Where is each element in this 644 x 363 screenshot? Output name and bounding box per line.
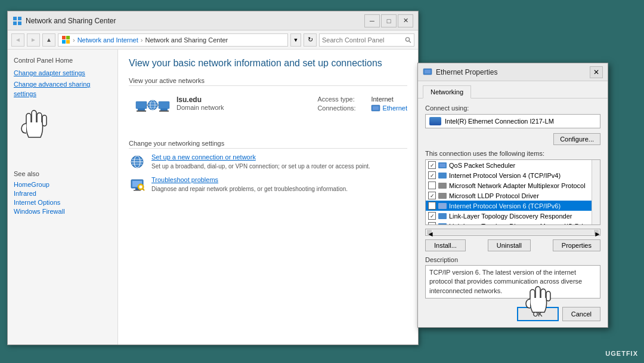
ethernet-link[interactable]: Ethernet <box>382 104 407 112</box>
list-item[interactable]: Internet Protocol Version 4 (TCP/IPv4) <box>426 170 600 180</box>
access-type-label: Access type: <box>317 96 365 103</box>
svg-rect-19 <box>159 110 169 112</box>
network-info: lsu.edu Domain network Access type: Inte… <box>129 91 407 130</box>
connections-label: Connections: <box>317 104 365 112</box>
configure-button[interactable]: Configure... <box>553 133 600 145</box>
list-checkbox-5[interactable] <box>428 212 436 220</box>
list-item[interactable]: Microsoft Network Adapter Multiplexor Pr… <box>426 180 600 190</box>
maximize-button[interactable]: □ <box>381 14 397 27</box>
setup-connection-link[interactable]: Set up a new connection or network <box>151 153 407 161</box>
ethernet-icon <box>371 104 380 112</box>
list-item-label-1: Internet Protocol Version 4 (TCP/IPv4) <box>449 172 561 179</box>
ok-cancel-row: OK Cancel <box>425 304 600 321</box>
network-icon-area <box>129 96 177 125</box>
list-item-icon-3 <box>438 193 447 199</box>
connect-using-box: Intel(R) Ethernet Connection I217-LM <box>425 114 600 128</box>
items-label: This connection uses the following items… <box>425 150 600 157</box>
dialog-button-row: Install... Uninstall Properties <box>425 239 600 251</box>
up-button[interactable]: ▲ <box>42 33 55 47</box>
cursor-area <box>14 104 112 152</box>
dialog-close-button[interactable]: ✕ <box>590 66 603 78</box>
svg-rect-42 <box>425 70 431 73</box>
window-controls: ─ □ ✕ <box>364 14 413 27</box>
uninstall-button[interactable]: Uninstall <box>488 239 531 251</box>
list-item-icon-2 <box>438 183 447 189</box>
internet-options-link[interactable]: Internet Options <box>14 199 112 206</box>
dialog-title-bar: Ethernet Properties ✕ <box>418 63 608 81</box>
svg-rect-14 <box>136 101 147 109</box>
list-item[interactable]: QoS Packet Scheduler <box>426 160 600 170</box>
list-item-icon-6 <box>438 223 447 226</box>
change-settings-label: Change your networking settings <box>129 140 407 149</box>
install-button[interactable]: Install... <box>425 239 466 251</box>
search-input[interactable] <box>322 36 402 44</box>
sidebar-title: Control Panel Home <box>14 57 112 64</box>
list-item[interactable]: Link-Layer Topology Discovery Mapper I/O… <box>426 221 600 225</box>
tab-networking[interactable]: Networking <box>423 85 471 99</box>
list-checkbox-2[interactable] <box>428 182 436 189</box>
content-area: Control Panel Home Change adapter settin… <box>8 50 418 344</box>
list-item[interactable]: Microsoft LLDP Protocol Driver <box>426 190 600 201</box>
address-dropdown[interactable]: ▼ <box>290 33 301 47</box>
svg-rect-50 <box>438 223 447 226</box>
properties-button[interactable]: Properties <box>553 239 600 251</box>
change-adapter-settings-link[interactable]: Change adapter settings <box>14 69 112 78</box>
list-checkbox-3[interactable] <box>428 192 436 199</box>
svg-rect-7 <box>66 40 70 44</box>
connect-device-name: Intel(R) Ethernet Connection I217-LM <box>445 118 596 125</box>
svg-rect-5 <box>66 36 70 39</box>
setup-connection-desc: Set up a broadband, dial-up, or VPN conn… <box>151 163 370 170</box>
list-scrollbar[interactable] <box>592 160 600 224</box>
horizontal-scrollbar[interactable]: ◄ ► <box>425 229 600 236</box>
troubleshoot-icon-area <box>129 176 145 193</box>
description-box: Description TCP/IP version 6. The latest… <box>425 256 600 299</box>
dialog-body: Connect using: Intel(R) Ethernet Connect… <box>418 99 608 327</box>
svg-rect-2 <box>13 21 17 25</box>
svg-rect-45 <box>438 173 447 179</box>
list-checkbox-0[interactable] <box>428 161 436 169</box>
ok-button[interactable]: OK <box>517 307 559 321</box>
list-item-label-6: Link-Layer Topology Discovery Mapper I/O… <box>449 223 592 226</box>
back-button[interactable]: ◄ <box>11 33 24 47</box>
refresh-button[interactable]: ↻ <box>304 33 317 47</box>
svg-rect-37 <box>134 190 141 191</box>
cancel-button[interactable]: Cancel <box>562 307 600 321</box>
list-item-selected[interactable]: Internet Protocol Version 6 (TCP/IPv6) <box>426 201 600 211</box>
scroll-right[interactable]: ► <box>594 230 599 235</box>
description-text: TCP/IP version 6. The latest version of … <box>425 265 600 299</box>
change-advanced-sharing-link[interactable]: Change advanced sharing settings <box>14 80 112 99</box>
scroll-left[interactable]: ◄ <box>427 230 432 235</box>
ethernet-dialog-icon <box>423 68 432 75</box>
troubleshoot-item: Troubleshoot problems Diagnose and repai… <box>129 176 407 193</box>
infrared-link[interactable]: Infrared <box>14 190 112 197</box>
access-type-row: Access type: Internet <box>317 96 407 103</box>
list-item[interactable]: Link-Layer Topology Discovery Responder <box>426 211 600 221</box>
watermark: UGETFIX <box>605 350 638 357</box>
items-list: QoS Packet Scheduler Internet Protocol V… <box>425 159 600 225</box>
windows-firewall-link[interactable]: Windows Firewall <box>14 208 112 215</box>
network-details: lsu.edu Domain network <box>177 96 305 111</box>
window-icon <box>13 16 22 26</box>
setup-connection-text: Set up a new connection or network Set u… <box>151 153 407 170</box>
troubleshoot-link[interactable]: Troubleshoot problems <box>151 176 407 183</box>
connections-row: Connections: Ethernet <box>317 104 407 112</box>
breadcrumb-network-internet[interactable]: Network and Internet <box>78 36 138 44</box>
troubleshoot-text: Troubleshoot problems Diagnose and repai… <box>151 176 407 193</box>
search-box <box>319 33 414 47</box>
list-checkbox-1[interactable] <box>428 171 436 179</box>
forward-button[interactable]: ► <box>27 33 40 47</box>
address-bar: ◄ ► ▲ › Network and Internet › Network a… <box>8 30 418 50</box>
list-checkbox-4[interactable] <box>428 202 436 210</box>
list-checkbox-6[interactable] <box>428 222 436 225</box>
close-button[interactable]: ✕ <box>398 14 413 27</box>
svg-rect-44 <box>439 164 445 167</box>
description-label: Description <box>425 256 600 263</box>
breadcrumb-current: Network and Sharing Center <box>145 36 228 44</box>
homegroup-link[interactable]: HomeGroup <box>14 181 112 188</box>
active-networks-label: View your active networks <box>129 77 407 86</box>
change-settings-section: Change your networking settings Set up a… <box>129 140 407 193</box>
minimize-button[interactable]: ─ <box>364 14 380 27</box>
svg-line-40 <box>143 189 144 190</box>
main-window: Network and Sharing Center ─ □ ✕ ◄ ► ▲ ›… <box>7 11 419 345</box>
svg-line-9 <box>409 41 411 42</box>
